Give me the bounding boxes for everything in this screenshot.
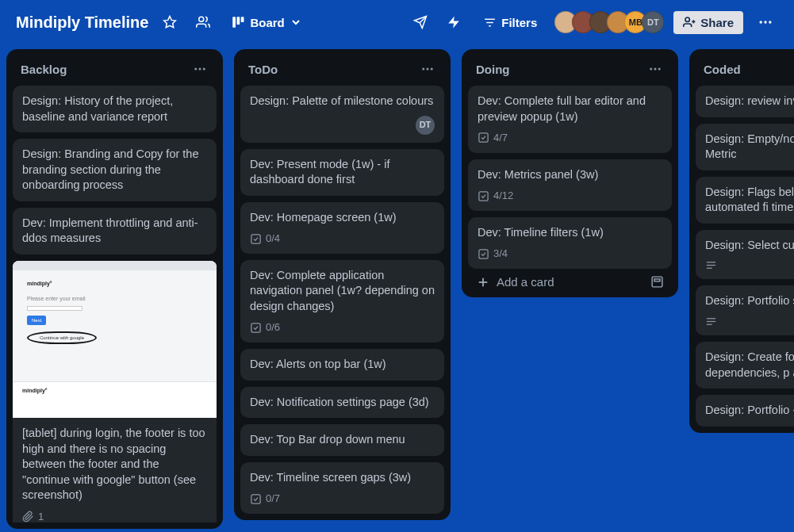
checklist-badge: 0/7: [250, 492, 280, 506]
bolt-icon: [447, 15, 461, 29]
card-title: Design: History of the project, baseline…: [22, 94, 207, 124]
card-badges: DT: [250, 116, 435, 135]
template-icon: [650, 275, 664, 289]
card-title: Dev: Metrics panel (3w): [478, 167, 662, 183]
list-title[interactable]: Doing: [476, 63, 510, 76]
svg-rect-28: [479, 191, 488, 200]
card[interactable]: Dev: Complete full bar editor and previe…: [468, 86, 672, 153]
card[interactable]: Dev: Homepage screen (1w)0/4: [240, 202, 444, 254]
automation-button[interactable]: [442, 10, 466, 34]
attachment-badge: 1: [22, 510, 44, 522]
user-plus-icon: [683, 16, 696, 29]
card-title: Design: Palette of milestone colours: [250, 94, 435, 109]
list-title[interactable]: Backlog: [21, 63, 67, 76]
checklist-count: 0/4: [266, 232, 280, 246]
svg-point-26: [658, 68, 661, 71]
card[interactable]: Design: Portfolio se: [696, 285, 794, 335]
card[interactable]: Design: Palette of milestone coloursDT: [240, 86, 444, 143]
checklist-icon: [250, 493, 262, 505]
card-badges: [705, 259, 794, 271]
card[interactable]: Dev: Top Bar drop down menu: [240, 424, 444, 456]
rocket-button[interactable]: [409, 10, 432, 34]
card-title: Dev: Present mode (1w) - if dashboard do…: [250, 157, 435, 188]
card[interactable]: Dev: Metrics panel (3w)4/12: [468, 159, 672, 211]
board-header: Mindiply Timeline Board Filters MBDT Sha…: [0, 0, 794, 44]
checklist-badge: 4/7: [478, 131, 508, 145]
people-icon: [196, 15, 210, 29]
list-header: ToDo: [240, 57, 444, 86]
card[interactable]: Dev: Notification settings page (3d): [240, 387, 444, 419]
board-title[interactable]: Mindiply Timeline: [16, 13, 148, 32]
card[interactable]: Design: Empty/no d panels in the Metric: [696, 124, 794, 170]
add-card-button[interactable]: Add a card: [468, 269, 672, 291]
card[interactable]: Dev: Timeline filters (1w)3/4: [468, 217, 672, 269]
list: BacklogDesign: History of the project, b…: [6, 49, 223, 529]
description-icon: [705, 259, 717, 271]
list: CodedDesign: review inviDesign: Empty/no…: [689, 49, 794, 433]
svg-rect-21: [251, 234, 260, 243]
list-title[interactable]: ToDo: [248, 63, 278, 76]
svg-marker-5: [449, 17, 460, 29]
avatar[interactable]: DT: [642, 11, 664, 33]
view-switcher[interactable]: Board: [224, 12, 308, 33]
card[interactable]: mindiply°Please enter your emailNextCont…: [13, 261, 217, 522]
card-member[interactable]: DT: [416, 116, 435, 135]
card[interactable]: Design: Create forn of dependencies, p a…: [696, 342, 794, 388]
board: BacklogDesign: History of the project, b…: [0, 44, 794, 532]
card[interactable]: Dev: Complete application navigation pan…: [240, 260, 444, 343]
share-button[interactable]: Share: [673, 11, 743, 34]
card-title: Dev: Complete application navigation pan…: [250, 268, 435, 315]
checklist-icon: [478, 190, 489, 202]
card[interactable]: Design: Select curr: [696, 230, 794, 280]
list-header: Coded: [696, 57, 794, 86]
card[interactable]: Design: Portfolio -: [696, 395, 794, 427]
card-title: Design: Select curr: [705, 238, 794, 254]
visibility-button[interactable]: [191, 10, 215, 34]
card[interactable]: Design: Flags bell n apply automated fi …: [696, 177, 794, 224]
star-button[interactable]: [158, 10, 182, 34]
card[interactable]: Dev: Present mode (1w) - if dashboard do…: [240, 149, 444, 196]
plus-icon: [476, 275, 490, 289]
avatar: DT: [416, 116, 435, 135]
svg-rect-23: [251, 494, 260, 503]
list-cards: Design: Palette of milestone coloursDTDe…: [240, 86, 444, 514]
card[interactable]: Design: History of the project, baseline…: [13, 86, 217, 132]
filters-label: Filters: [501, 16, 537, 29]
card-badges: 3/4: [478, 247, 662, 261]
list-title[interactable]: Coded: [704, 63, 741, 76]
list-menu-button[interactable]: [646, 60, 664, 78]
chevron-down-icon: [290, 16, 302, 29]
checklist-icon: [478, 132, 489, 144]
template-button[interactable]: [650, 275, 664, 289]
svg-point-9: [685, 17, 689, 21]
card[interactable]: Dev: Alerts on top bar (1w): [240, 349, 444, 381]
card-title: Design: Flags bell n apply automated fi …: [705, 185, 794, 216]
card-badges: 0/4: [250, 232, 435, 246]
list: ToDoDesign: Palette of milestone colours…: [234, 49, 451, 520]
dots-icon: [648, 62, 662, 76]
list-menu-button[interactable]: [419, 60, 436, 78]
checklist-count: 0/7: [266, 492, 280, 506]
list-cards: Design: History of the project, baseline…: [13, 86, 217, 522]
board-menu-button[interactable]: [753, 10, 778, 35]
card-title: Dev: Implement throttling and anti-ddos …: [22, 216, 207, 247]
checklist-count: 3/4: [493, 247, 508, 261]
card[interactable]: Dev: Implement throttling and anti-ddos …: [13, 208, 217, 255]
svg-point-12: [760, 21, 762, 23]
checklist-icon: [250, 233, 262, 245]
checklist-count: 4/7: [493, 131, 508, 145]
checklist-badge: 0/6: [250, 320, 280, 335]
list-menu-button[interactable]: [191, 60, 209, 78]
card[interactable]: Design: Branding and Copy for the brandi…: [13, 139, 217, 201]
card-title: Design: Portfolio se: [705, 293, 794, 309]
member-avatars[interactable]: MBDT: [554, 11, 664, 33]
card-badges: 4/7: [478, 131, 662, 145]
svg-point-24: [650, 68, 652, 71]
card-title: Design: Portfolio -: [705, 403, 794, 419]
svg-rect-33: [654, 279, 660, 281]
checklist-badge: 3/4: [478, 247, 508, 261]
svg-point-18: [422, 68, 424, 71]
filters-button[interactable]: Filters: [475, 11, 545, 34]
card[interactable]: Design: review invi: [696, 86, 794, 117]
card[interactable]: Dev: Timeline screen gaps (3w)0/7: [240, 462, 444, 514]
